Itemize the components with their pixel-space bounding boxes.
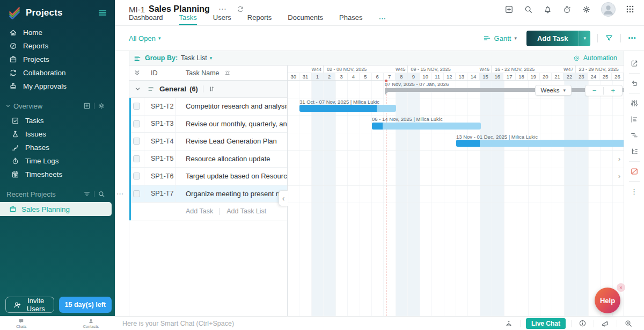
- trial-days-badge[interactable]: 15 day(s) left: [59, 297, 112, 313]
- contacts-button[interactable]: Contacts: [83, 318, 99, 329]
- project-more-icon[interactable]: ⋯: [218, 4, 227, 14]
- zoom-unit-dropdown[interactable]: Weeks ▾: [535, 85, 572, 96]
- task-row-sp1-t5[interactable]: SP1-T5Resource allocation update: [129, 150, 287, 168]
- task-row-sp1-t4[interactable]: SP1-T4Revise Lead Generation Plan: [129, 133, 287, 150]
- sidebar-item-my-approvals[interactable]: My Approvals: [0, 80, 115, 93]
- section-settings-gear-icon[interactable]: [94, 102, 108, 110]
- info-icon[interactable]: [572, 319, 594, 327]
- tabs-more-icon[interactable]: ⋯: [378, 14, 386, 25]
- close-help-icon[interactable]: ×: [617, 283, 625, 292]
- gantt-bar-sp1-t4[interactable]: [456, 140, 624, 147]
- search-projects-icon[interactable]: [94, 190, 108, 198]
- sidebar-item-reports[interactable]: Reports: [0, 39, 115, 53]
- sidebar-item-timesheets[interactable]: Timesheets: [0, 168, 115, 181]
- search-settings-icon[interactable]: [617, 319, 640, 328]
- tab-phases[interactable]: Phases: [339, 13, 362, 25]
- chats-button[interactable]: Chats: [16, 318, 27, 329]
- smart-chat-input[interactable]: [122, 320, 497, 327]
- sidebar-item-phases[interactable]: Phases: [0, 141, 115, 154]
- add-task-dropdown-icon[interactable]: ▾: [579, 31, 590, 46]
- task-name[interactable]: Revise Lead Generation Plan: [176, 137, 287, 145]
- undo-icon[interactable]: [630, 75, 639, 91]
- sidebar-item-issues[interactable]: Issues: [0, 127, 115, 141]
- tab-tasks[interactable]: Tasks: [179, 13, 197, 25]
- collapse-sidebar-icon[interactable]: [98, 8, 107, 18]
- column-header-id[interactable]: ID: [144, 69, 176, 77]
- zoom-in-button[interactable]: +: [604, 85, 622, 96]
- gantt-bar-sp1-t3[interactable]: [372, 123, 481, 130]
- collapse-all-icon[interactable]: [129, 69, 144, 76]
- task-name[interactable]: Revise our monthly, quarterly, and a: [176, 120, 287, 128]
- task-group-row[interactable]: General (6): [129, 81, 287, 98]
- sidebar-item-collaboration[interactable]: Collaboration: [0, 66, 115, 80]
- tab-reports[interactable]: Reports: [247, 13, 272, 25]
- chevron-down-icon[interactable]: [135, 86, 141, 92]
- row-checkbox[interactable]: [129, 168, 144, 185]
- baseline-icon[interactable]: [630, 111, 639, 127]
- zoom-out-button[interactable]: −: [586, 85, 604, 96]
- task-row-sp1-t2[interactable]: SP1-T2Competitor research and analysis: [129, 98, 287, 116]
- group-by-value[interactable]: Task List: [181, 54, 207, 62]
- task-name[interactable]: Resource allocation update: [176, 155, 287, 163]
- filter-projects-icon[interactable]: [80, 190, 94, 198]
- sort-icon[interactable]: [208, 85, 215, 92]
- task-row-sp1-t6[interactable]: SP1-T6Target update based on Resources: [129, 168, 287, 185]
- column-header-task-name[interactable]: Task Name: [176, 69, 287, 77]
- tab-dashboard[interactable]: Dashboard: [129, 13, 163, 25]
- more-vertical-icon[interactable]: ⋮: [631, 183, 638, 199]
- sidebar-item-home[interactable]: Home: [0, 26, 115, 39]
- overview-section-header[interactable]: Overview: [5, 100, 108, 112]
- toolbar-more-icon[interactable]: ⋯: [628, 33, 636, 43]
- gantt-bar-label: 06 - 14 Nov, 2025 | Milica Lukic: [372, 116, 443, 122]
- view-switcher-dropdown[interactable]: Gantt ▾: [483, 34, 517, 42]
- automation-button[interactable]: Automation: [573, 54, 617, 62]
- task-name[interactable]: Target update based on Resources: [176, 172, 287, 180]
- row-checkbox[interactable]: [129, 133, 144, 150]
- collapse-table-handle[interactable]: ‹: [279, 190, 288, 206]
- task-name[interactable]: Organize meeting to present new st: [176, 190, 287, 198]
- fullscreen-icon[interactable]: [630, 55, 639, 71]
- refresh-icon[interactable]: [237, 5, 244, 13]
- chevron-down-icon[interactable]: ▾: [210, 55, 213, 61]
- notifications-bell-icon[interactable]: [543, 5, 552, 14]
- add-new-icon[interactable]: [504, 5, 514, 14]
- row-checkbox[interactable]: [129, 116, 144, 133]
- hierarchy-tree-icon[interactable]: [630, 144, 639, 160]
- panel-resize-handle[interactable]: ⋯: [116, 190, 124, 198]
- task-filter-dropdown[interactable]: All Open ▾: [129, 34, 160, 42]
- gantt-rows-icon[interactable]: [630, 127, 639, 144]
- settings-gear-icon[interactable]: [582, 5, 591, 14]
- row-checkbox[interactable]: [129, 150, 144, 168]
- add-project-icon[interactable]: [80, 102, 94, 110]
- add-task-button[interactable]: Add Task ▾: [526, 31, 590, 46]
- service-bell-icon[interactable]: [497, 319, 520, 328]
- help-button[interactable]: Help: [595, 288, 620, 313]
- sidebar-item-projects[interactable]: Projects: [0, 53, 115, 66]
- row-checkbox[interactable]: [129, 98, 144, 115]
- add-task-link[interactable]: Add Task: [186, 207, 213, 215]
- apps-grid-icon[interactable]: [626, 5, 634, 13]
- tab-users[interactable]: Users: [213, 13, 231, 25]
- sidebar-item-tasks[interactable]: Tasks: [0, 114, 115, 127]
- gantt-settings-sliders-icon[interactable]: [630, 95, 639, 111]
- task-name[interactable]: Competitor research and analysis: [176, 102, 287, 110]
- row-checkbox[interactable]: [129, 185, 144, 203]
- tab-documents[interactable]: Documents: [288, 13, 323, 25]
- avatar[interactable]: [601, 2, 616, 17]
- offscreen-bar-right-icon[interactable]: ›: [618, 155, 620, 163]
- filter-funnel-icon[interactable]: [605, 34, 613, 42]
- sidebar-item-time-logs[interactable]: Time Logs: [0, 154, 115, 168]
- megaphone-icon[interactable]: [594, 319, 617, 328]
- invite-users-button[interactable]: Invite Users: [5, 297, 54, 313]
- row-separator: [288, 133, 624, 133]
- timer-icon[interactable]: [562, 5, 572, 14]
- offscreen-bar-right-icon[interactable]: ›: [618, 173, 620, 180]
- task-row-sp1-t3[interactable]: SP1-T3Revise our monthly, quarterly, and…: [129, 116, 287, 133]
- live-chat-button[interactable]: Live Chat: [526, 318, 566, 329]
- critical-path-icon[interactable]: [630, 163, 639, 180]
- sidebar-item-sales-planning[interactable]: Sales Planning: [0, 202, 112, 216]
- task-row-sp1-t7[interactable]: SP1-T7Organize meeting to present new st: [129, 185, 287, 203]
- add-task-list-link[interactable]: Add Task List: [226, 207, 266, 215]
- gantt-bar-sp1-t2[interactable]: [299, 105, 396, 112]
- search-icon[interactable]: [524, 5, 533, 14]
